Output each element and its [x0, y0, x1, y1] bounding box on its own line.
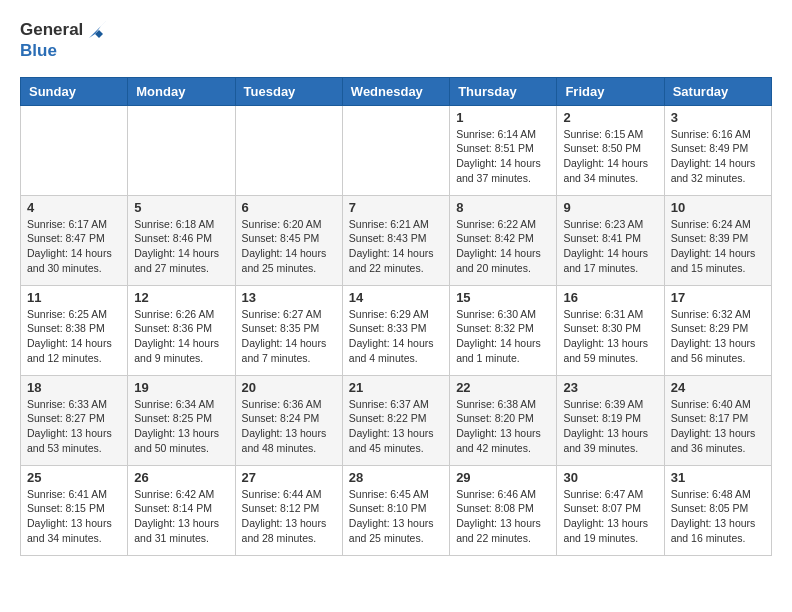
day-info: Sunrise: 6:30 AM Sunset: 8:32 PM Dayligh…: [456, 307, 550, 366]
day-info: Sunrise: 6:27 AM Sunset: 8:35 PM Dayligh…: [242, 307, 336, 366]
calendar-cell: 28Sunrise: 6:45 AM Sunset: 8:10 PM Dayli…: [342, 465, 449, 555]
calendar-cell: 17Sunrise: 6:32 AM Sunset: 8:29 PM Dayli…: [664, 285, 771, 375]
logo-general: General: [20, 20, 83, 39]
day-number: 20: [242, 380, 336, 395]
day-number: 11: [27, 290, 121, 305]
calendar-cell: 21Sunrise: 6:37 AM Sunset: 8:22 PM Dayli…: [342, 375, 449, 465]
calendar-week-row: 11Sunrise: 6:25 AM Sunset: 8:38 PM Dayli…: [21, 285, 772, 375]
day-info: Sunrise: 6:37 AM Sunset: 8:22 PM Dayligh…: [349, 397, 443, 456]
day-number: 25: [27, 470, 121, 485]
calendar-cell: 18Sunrise: 6:33 AM Sunset: 8:27 PM Dayli…: [21, 375, 128, 465]
calendar-cell: 30Sunrise: 6:47 AM Sunset: 8:07 PM Dayli…: [557, 465, 664, 555]
day-number: 13: [242, 290, 336, 305]
logo-text: General Blue: [20, 20, 107, 61]
day-number: 10: [671, 200, 765, 215]
calendar-table: SundayMondayTuesdayWednesdayThursdayFrid…: [20, 77, 772, 556]
calendar-cell: 24Sunrise: 6:40 AM Sunset: 8:17 PM Dayli…: [664, 375, 771, 465]
calendar-cell: 31Sunrise: 6:48 AM Sunset: 8:05 PM Dayli…: [664, 465, 771, 555]
header-saturday: Saturday: [664, 77, 771, 105]
day-number: 12: [134, 290, 228, 305]
day-number: 2: [563, 110, 657, 125]
calendar-cell: 23Sunrise: 6:39 AM Sunset: 8:19 PM Dayli…: [557, 375, 664, 465]
page-header: General Blue: [20, 20, 772, 61]
day-info: Sunrise: 6:36 AM Sunset: 8:24 PM Dayligh…: [242, 397, 336, 456]
calendar-cell: 26Sunrise: 6:42 AM Sunset: 8:14 PM Dayli…: [128, 465, 235, 555]
day-info: Sunrise: 6:14 AM Sunset: 8:51 PM Dayligh…: [456, 127, 550, 186]
day-number: 30: [563, 470, 657, 485]
day-info: Sunrise: 6:24 AM Sunset: 8:39 PM Dayligh…: [671, 217, 765, 276]
day-number: 19: [134, 380, 228, 395]
day-info: Sunrise: 6:22 AM Sunset: 8:42 PM Dayligh…: [456, 217, 550, 276]
calendar-week-row: 4Sunrise: 6:17 AM Sunset: 8:47 PM Daylig…: [21, 195, 772, 285]
calendar-week-row: 25Sunrise: 6:41 AM Sunset: 8:15 PM Dayli…: [21, 465, 772, 555]
day-number: 26: [134, 470, 228, 485]
day-number: 31: [671, 470, 765, 485]
day-info: Sunrise: 6:39 AM Sunset: 8:19 PM Dayligh…: [563, 397, 657, 456]
day-number: 4: [27, 200, 121, 215]
calendar-cell: 29Sunrise: 6:46 AM Sunset: 8:08 PM Dayli…: [450, 465, 557, 555]
logo-blue: Blue: [20, 41, 57, 60]
day-number: 5: [134, 200, 228, 215]
header-sunday: Sunday: [21, 77, 128, 105]
day-info: Sunrise: 6:33 AM Sunset: 8:27 PM Dayligh…: [27, 397, 121, 456]
calendar-cell: [235, 105, 342, 195]
header-friday: Friday: [557, 77, 664, 105]
day-info: Sunrise: 6:44 AM Sunset: 8:12 PM Dayligh…: [242, 487, 336, 546]
day-number: 15: [456, 290, 550, 305]
calendar-week-row: 18Sunrise: 6:33 AM Sunset: 8:27 PM Dayli…: [21, 375, 772, 465]
calendar-cell: 14Sunrise: 6:29 AM Sunset: 8:33 PM Dayli…: [342, 285, 449, 375]
calendar-cell: [21, 105, 128, 195]
day-number: 3: [671, 110, 765, 125]
day-info: Sunrise: 6:47 AM Sunset: 8:07 PM Dayligh…: [563, 487, 657, 546]
day-info: Sunrise: 6:34 AM Sunset: 8:25 PM Dayligh…: [134, 397, 228, 456]
calendar-cell: 12Sunrise: 6:26 AM Sunset: 8:36 PM Dayli…: [128, 285, 235, 375]
calendar-cell: 4Sunrise: 6:17 AM Sunset: 8:47 PM Daylig…: [21, 195, 128, 285]
calendar-header-row: SundayMondayTuesdayWednesdayThursdayFrid…: [21, 77, 772, 105]
calendar-cell: 27Sunrise: 6:44 AM Sunset: 8:12 PM Dayli…: [235, 465, 342, 555]
calendar-cell: 22Sunrise: 6:38 AM Sunset: 8:20 PM Dayli…: [450, 375, 557, 465]
day-number: 21: [349, 380, 443, 395]
calendar-cell: 2Sunrise: 6:15 AM Sunset: 8:50 PM Daylig…: [557, 105, 664, 195]
calendar-cell: 9Sunrise: 6:23 AM Sunset: 8:41 PM Daylig…: [557, 195, 664, 285]
day-info: Sunrise: 6:46 AM Sunset: 8:08 PM Dayligh…: [456, 487, 550, 546]
header-tuesday: Tuesday: [235, 77, 342, 105]
day-number: 9: [563, 200, 657, 215]
day-info: Sunrise: 6:48 AM Sunset: 8:05 PM Dayligh…: [671, 487, 765, 546]
day-info: Sunrise: 6:41 AM Sunset: 8:15 PM Dayligh…: [27, 487, 121, 546]
day-number: 16: [563, 290, 657, 305]
day-number: 28: [349, 470, 443, 485]
calendar-cell: 11Sunrise: 6:25 AM Sunset: 8:38 PM Dayli…: [21, 285, 128, 375]
day-info: Sunrise: 6:32 AM Sunset: 8:29 PM Dayligh…: [671, 307, 765, 366]
day-number: 22: [456, 380, 550, 395]
calendar-cell: 13Sunrise: 6:27 AM Sunset: 8:35 PM Dayli…: [235, 285, 342, 375]
day-number: 18: [27, 380, 121, 395]
logo: General Blue: [20, 20, 107, 61]
day-number: 27: [242, 470, 336, 485]
calendar-cell: 7Sunrise: 6:21 AM Sunset: 8:43 PM Daylig…: [342, 195, 449, 285]
calendar-cell: 1Sunrise: 6:14 AM Sunset: 8:51 PM Daylig…: [450, 105, 557, 195]
day-info: Sunrise: 6:26 AM Sunset: 8:36 PM Dayligh…: [134, 307, 228, 366]
day-info: Sunrise: 6:25 AM Sunset: 8:38 PM Dayligh…: [27, 307, 121, 366]
day-info: Sunrise: 6:20 AM Sunset: 8:45 PM Dayligh…: [242, 217, 336, 276]
calendar-cell: 3Sunrise: 6:16 AM Sunset: 8:49 PM Daylig…: [664, 105, 771, 195]
calendar-cell: 15Sunrise: 6:30 AM Sunset: 8:32 PM Dayli…: [450, 285, 557, 375]
day-number: 14: [349, 290, 443, 305]
calendar-cell: 25Sunrise: 6:41 AM Sunset: 8:15 PM Dayli…: [21, 465, 128, 555]
header-monday: Monday: [128, 77, 235, 105]
calendar-cell: 5Sunrise: 6:18 AM Sunset: 8:46 PM Daylig…: [128, 195, 235, 285]
day-info: Sunrise: 6:16 AM Sunset: 8:49 PM Dayligh…: [671, 127, 765, 186]
day-info: Sunrise: 6:40 AM Sunset: 8:17 PM Dayligh…: [671, 397, 765, 456]
calendar-cell: 10Sunrise: 6:24 AM Sunset: 8:39 PM Dayli…: [664, 195, 771, 285]
day-number: 6: [242, 200, 336, 215]
day-number: 17: [671, 290, 765, 305]
calendar-cell: 20Sunrise: 6:36 AM Sunset: 8:24 PM Dayli…: [235, 375, 342, 465]
day-info: Sunrise: 6:42 AM Sunset: 8:14 PM Dayligh…: [134, 487, 228, 546]
logo-bird-icon: [85, 20, 107, 42]
day-info: Sunrise: 6:38 AM Sunset: 8:20 PM Dayligh…: [456, 397, 550, 456]
day-info: Sunrise: 6:17 AM Sunset: 8:47 PM Dayligh…: [27, 217, 121, 276]
day-number: 1: [456, 110, 550, 125]
day-info: Sunrise: 6:21 AM Sunset: 8:43 PM Dayligh…: [349, 217, 443, 276]
day-info: Sunrise: 6:18 AM Sunset: 8:46 PM Dayligh…: [134, 217, 228, 276]
calendar-cell: [342, 105, 449, 195]
header-thursday: Thursday: [450, 77, 557, 105]
